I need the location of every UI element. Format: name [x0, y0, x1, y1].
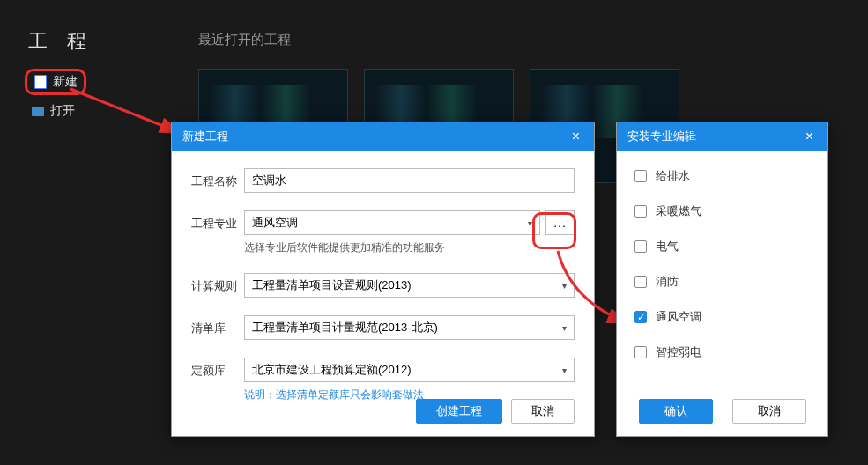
dialog-titlebar: 安装专业编辑 × — [617, 122, 827, 151]
svg-line-0 — [70, 89, 181, 133]
close-icon[interactable]: × — [568, 129, 583, 144]
prof-option[interactable]: 通风空调 — [634, 309, 810, 325]
prof-edit-dialog: 安装专业编辑 × 给排水采暖燃气电气消防通风空调智控弱电 确认 取消 — [616, 122, 828, 437]
prof-option-label: 采暖燃气 — [656, 203, 701, 219]
sidebar-item-new[interactable]: 新建 — [25, 69, 86, 95]
prof-option-label: 消防 — [656, 274, 679, 290]
prof-option[interactable]: 智控弱电 — [634, 344, 810, 360]
close-icon[interactable]: × — [802, 129, 817, 144]
dialog-titlebar: 新建工程 × — [172, 122, 594, 151]
prof-option[interactable]: 给排水 — [634, 168, 810, 184]
create-project-button[interactable]: 创建工程 — [416, 399, 502, 424]
calc-rule-combo[interactable]: 工程量清单项目设置规则(2013) — [244, 273, 575, 298]
sidebar-new-label: 新建 — [53, 74, 78, 90]
checkbox-icon — [634, 346, 647, 358]
calc-rule-label: 计算规则 — [191, 273, 244, 294]
cancel-button[interactable]: 取消 — [511, 399, 575, 424]
recent-projects-label: 最近打开的工程 — [198, 32, 291, 48]
ok-button[interactable]: 确认 — [639, 399, 713, 424]
sidebar: 新建 打开 — [25, 69, 86, 127]
prof-option[interactable]: 消防 — [634, 274, 810, 290]
project-name-label: 工程名称 — [191, 168, 244, 189]
checkbox-icon — [634, 205, 647, 218]
checkbox-icon — [634, 170, 647, 182]
prof-option-label: 通风空调 — [656, 309, 701, 325]
quota-lib-label: 定额库 — [191, 358, 244, 379]
document-icon — [33, 75, 48, 89]
project-name-input[interactable] — [244, 168, 575, 193]
page-title: 工 程 — [28, 28, 93, 55]
prof-option[interactable]: 电气 — [634, 239, 810, 255]
sidebar-item-open[interactable]: 打开 — [25, 100, 86, 122]
project-prof-label: 工程专业 — [191, 210, 244, 232]
cancel-button[interactable]: 取消 — [732, 399, 806, 424]
folder-icon — [31, 104, 45, 118]
list-lib-combo[interactable]: 工程量清单项目计量规范(2013-北京) — [244, 315, 575, 340]
prof-more-button[interactable]: ... — [545, 210, 575, 235]
list-lib-label: 清单库 — [191, 315, 244, 336]
dialog-title: 新建工程 — [182, 129, 228, 144]
checkbox-icon — [634, 311, 647, 323]
dialog-title: 安装专业编辑 — [627, 129, 696, 144]
prof-hint: 选择专业后软件能提供更加精准的功能服务 — [244, 240, 575, 255]
sidebar-open-label: 打开 — [50, 103, 75, 119]
prof-option-label: 给排水 — [656, 168, 690, 184]
prof-checkbox-list: 给排水采暖燃气电气消防通风空调智控弱电 — [617, 151, 827, 360]
prof-option-label: 电气 — [656, 239, 679, 255]
prof-option[interactable]: 采暖燃气 — [634, 203, 810, 219]
checkbox-icon — [634, 276, 647, 288]
checkbox-icon — [634, 240, 647, 253]
new-project-dialog: 新建工程 × 工程名称 工程专业 通风空调 ... 选择专业后软件能提供更加精准… — [171, 122, 595, 437]
prof-option-label: 智控弱电 — [656, 344, 701, 360]
project-prof-combo[interactable]: 通风空调 — [244, 210, 540, 235]
quota-lib-combo[interactable]: 北京市建设工程预算定额(2012) — [244, 358, 575, 382]
